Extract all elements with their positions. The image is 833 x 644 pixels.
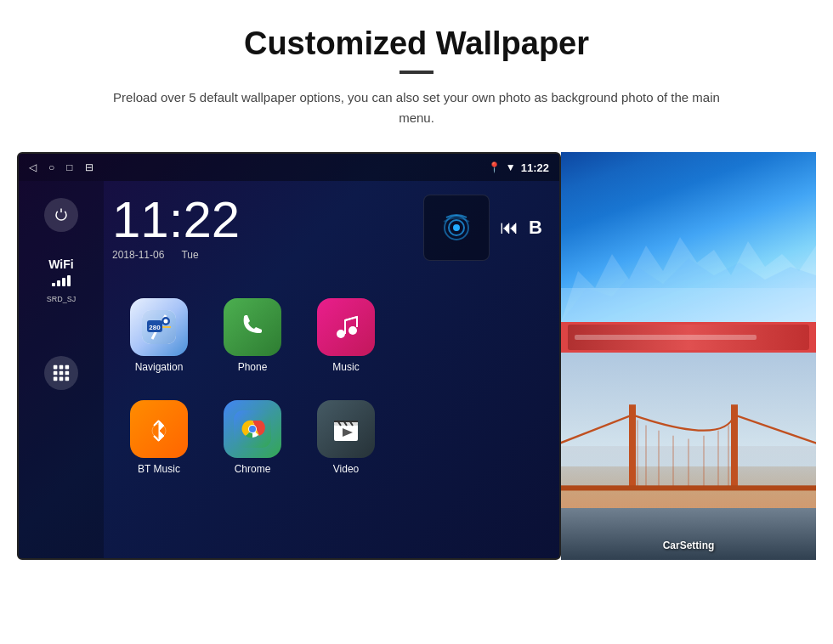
svg-point-24 <box>249 426 256 432</box>
phone-icon-box <box>224 298 281 356</box>
app-navigation[interactable]: 280 Navigation <box>112 285 206 387</box>
wallpaper-preview-carsetting-strip <box>561 322 816 353</box>
radio-icon-box[interactable] <box>423 195 490 261</box>
btmusic-label: BT Music <box>138 463 180 475</box>
svg-point-17 <box>337 330 345 338</box>
center-panel: 11:22 2018-11-06 Tue <box>104 181 559 560</box>
clock-time: 11:22 <box>112 195 410 246</box>
svg-point-11 <box>453 224 460 231</box>
svg-rect-8 <box>65 377 70 381</box>
app-video[interactable]: Video <box>299 387 393 489</box>
page-subtitle: Preload over 5 default wallpaper options… <box>110 88 722 128</box>
wifi-widget: WiFi SRD_SJ <box>47 257 76 305</box>
navigation-label: Navigation <box>135 361 184 373</box>
svg-rect-3 <box>54 371 58 376</box>
title-divider <box>400 71 434 74</box>
svg-point-16 <box>164 319 168 324</box>
screen-body: WiFi SRD_SJ <box>19 181 559 560</box>
app-btmusic[interactable]: BT Music <box>112 387 206 489</box>
svg-text:280: 280 <box>149 324 161 331</box>
wifi-bar-2 <box>57 280 60 286</box>
svg-rect-7 <box>60 377 64 381</box>
apps-button[interactable] <box>44 356 78 390</box>
screenshot-icon[interactable]: ⊟ <box>85 161 94 173</box>
chrome-label: Chrome <box>235 463 271 475</box>
power-button[interactable] <box>44 198 78 232</box>
carsetting-label: CarSetting <box>561 539 816 551</box>
app-phone[interactable]: Phone <box>206 285 299 387</box>
svg-rect-27 <box>334 421 358 422</box>
device-wrapper: ◁ ○ □ ⊟ 📍 ▼ 11:22 <box>51 152 782 560</box>
back-icon[interactable]: ◁ <box>29 161 37 173</box>
music-label: Music <box>332 361 359 373</box>
svg-rect-29 <box>629 404 636 488</box>
clock-day: Tue <box>181 249 198 261</box>
svg-rect-39 <box>561 485 816 490</box>
svg-rect-1 <box>60 365 64 370</box>
home-icon[interactable]: ○ <box>48 161 54 173</box>
android-screen: ◁ ○ □ ⊟ 📍 ▼ 11:22 <box>17 152 561 560</box>
carsetting-strip <box>568 325 809 350</box>
clock-block: 11:22 2018-11-06 Tue <box>112 195 410 261</box>
svg-rect-6 <box>54 377 58 381</box>
music-icon-box <box>317 298 375 356</box>
title-section: Customized Wallpaper Preload over 5 defa… <box>51 25 782 128</box>
wifi-bar-4 <box>67 275 71 286</box>
svg-point-18 <box>348 326 357 335</box>
center-top: 11:22 2018-11-06 Tue <box>104 181 559 268</box>
navigation-icon-box: 280 <box>130 298 188 356</box>
location-icon: 📍 <box>488 161 501 173</box>
left-sidebar: WiFi SRD_SJ <box>19 181 104 560</box>
chrome-icon-box <box>224 400 281 458</box>
wallpaper-preview-ice[interactable] <box>561 152 816 322</box>
app-chrome[interactable]: Chrome <box>206 387 299 489</box>
nav-icons: ◁ ○ □ ⊟ <box>29 161 94 173</box>
svg-rect-5 <box>65 371 70 376</box>
page-title: Customized Wallpaper <box>51 25 782 62</box>
recents-icon[interactable]: □ <box>66 161 72 173</box>
svg-rect-2 <box>65 365 70 370</box>
right-icons: ⏮ B <box>423 195 542 261</box>
video-label: Video <box>333 463 359 475</box>
status-icons: 📍 ▼ 11:22 <box>488 161 549 174</box>
status-time: 11:22 <box>521 161 549 174</box>
wallpaper-previews: CarSetting <box>561 152 816 560</box>
svg-line-19 <box>345 317 357 320</box>
wifi-bar-1 <box>52 283 55 286</box>
phone-label: Phone <box>238 361 268 373</box>
signal-icon: ▼ <box>506 161 516 173</box>
media-prev-icon[interactable]: ⏮ <box>500 217 518 239</box>
wallpaper-preview-bridge[interactable]: CarSetting <box>561 353 816 560</box>
wifi-bar-3 <box>62 278 65 286</box>
clock-date: 2018-11-06 <box>112 249 164 261</box>
svg-rect-0 <box>54 365 58 370</box>
media-label: B <box>529 217 542 239</box>
app-grid: 280 Navigation <box>104 276 559 497</box>
page-container: Customized Wallpaper Preload over 5 defa… <box>0 0 833 577</box>
clock-info: 2018-11-06 Tue <box>112 249 410 261</box>
wifi-bars <box>47 274 76 286</box>
svg-rect-4 <box>60 371 64 376</box>
wifi-label: WiFi <box>47 257 76 271</box>
video-icon-box <box>317 400 375 458</box>
btmusic-icon-box <box>130 400 188 458</box>
app-music[interactable]: Music <box>299 285 393 387</box>
status-bar: ◁ ○ □ ⊟ 📍 ▼ 11:22 <box>19 154 559 181</box>
wifi-network-name: SRD_SJ <box>47 295 76 303</box>
